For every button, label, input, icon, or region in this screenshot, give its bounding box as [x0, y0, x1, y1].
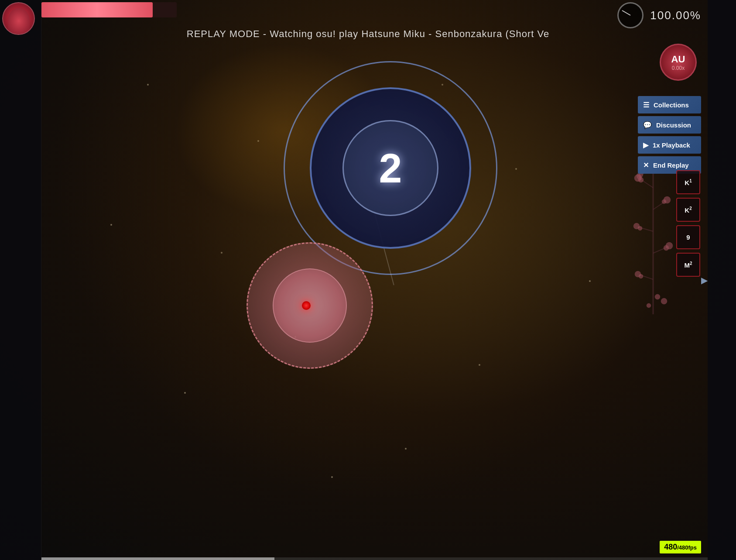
key-indicators-panel: K1 K2 9 M2: [676, 170, 700, 277]
collections-button[interactable]: ☰ Collections: [638, 96, 701, 113]
end-replay-label: End Replay: [653, 161, 689, 169]
playback-icon: ▶: [643, 141, 648, 149]
m2-sub: 2: [690, 261, 692, 266]
cursor-dot: [302, 301, 311, 310]
hit-circle-inner: 2: [342, 120, 438, 216]
accuracy-clock-icon: [617, 2, 644, 28]
right-panel: [708, 0, 736, 560]
expand-arrow[interactable]: ▶: [701, 275, 708, 285]
k2-label: K2: [685, 206, 691, 214]
end-replay-icon: ✕: [643, 161, 649, 169]
particle: [405, 448, 407, 450]
playback-label: 1x Playback: [653, 141, 690, 149]
health-bar-fill: [41, 2, 153, 17]
svg-point-19: [647, 303, 651, 308]
left-sidebar: [0, 0, 41, 560]
accuracy-display: 100.00%: [617, 2, 701, 28]
discussion-label: Discussion: [656, 121, 691, 129]
discussion-icon: 💬: [643, 121, 652, 129]
svg-point-18: [655, 294, 660, 299]
hit-circle-small: [246, 242, 373, 369]
svg-point-20: [661, 298, 667, 304]
svg-point-15: [639, 274, 643, 278]
progress-fill: [41, 557, 274, 560]
hit-circle-small-inner: [273, 268, 347, 343]
particle: [515, 168, 517, 170]
mod-button[interactable]: AU 0.00x: [660, 44, 697, 81]
progress-bar: [41, 557, 708, 560]
particle: [221, 252, 223, 254]
floral-decoration: [631, 166, 675, 314]
fps-target: /480fps: [677, 544, 697, 551]
k1-label: K1: [685, 179, 691, 186]
k1-sub: 1: [689, 179, 692, 183]
hit-circle-big: 2: [310, 87, 471, 249]
m2-label: M2: [684, 261, 692, 269]
particle: [589, 280, 591, 282]
k2-sub: 2: [689, 206, 692, 211]
k1-key: K1: [676, 170, 700, 194]
particle: [479, 364, 480, 366]
particle: [331, 476, 333, 478]
health-bar-container: [41, 2, 177, 17]
avatar-area: [0, 0, 41, 37]
particle: [147, 84, 149, 86]
mod-sublabel: 0.00x: [672, 65, 685, 71]
replay-mode-text: REPLAY MODE - Watching osu! play Hatsune…: [187, 28, 549, 40]
avatar: [2, 2, 35, 35]
fps-counter: 480/480fps: [660, 541, 701, 553]
discussion-button[interactable]: 💬 Discussion: [638, 116, 701, 134]
mod-label: AU: [671, 54, 685, 65]
hit-number: 2: [379, 144, 402, 192]
m2-key: M2: [676, 253, 700, 277]
num9-label: 9: [686, 234, 690, 241]
svg-point-13: [664, 245, 669, 251]
svg-point-11: [638, 226, 642, 230]
particle: [110, 224, 112, 226]
accuracy-value: 100.00%: [650, 9, 701, 22]
playback-button[interactable]: ▶ 1x Playback: [638, 136, 701, 154]
num9-key: 9: [676, 225, 700, 249]
k2-key: K2: [676, 198, 700, 222]
svg-point-9: [662, 199, 666, 204]
collections-label: Collections: [654, 101, 689, 109]
fps-value: 480: [664, 543, 677, 551]
health-bar-background: [41, 2, 177, 17]
particle: [257, 140, 259, 142]
collections-icon: ☰: [643, 101, 649, 109]
action-buttons-panel: ☰ Collections 💬 Discussion ▶ 1x Playback…: [638, 96, 701, 174]
particle: [184, 392, 186, 394]
